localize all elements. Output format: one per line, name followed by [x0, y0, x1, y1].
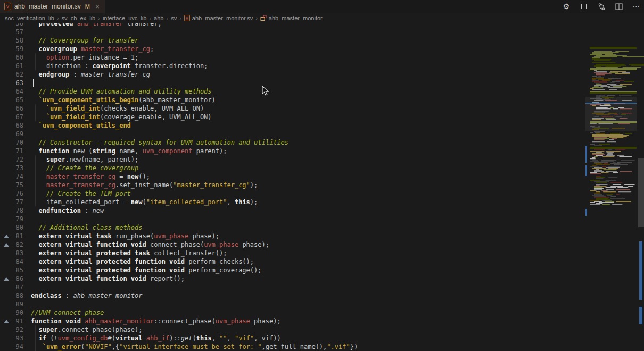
breadcrumb-item-ahb-master-monitor[interactable]: ahb_master_monitor — [260, 15, 323, 21]
gutter-margin — [0, 266, 13, 274]
code-line-72[interactable]: 72 super.new(name, parent); — [0, 155, 644, 164]
split-editor-icon[interactable] — [615, 2, 623, 11]
token: run_phase( — [112, 232, 154, 240]
code-line-60[interactable]: 60 option.per_instance = 1; — [0, 53, 644, 62]
token: (); — [138, 173, 150, 180]
close-icon[interactable]: × — [95, 3, 100, 11]
token: extern virtual function void — [31, 275, 146, 282]
breadcrumb-item-interface-uvc-lib[interactable]: interface_uvc_lib — [103, 15, 147, 21]
gutter-margin — [0, 308, 13, 317]
breadcrumb-item-ahb[interactable]: ahb — [154, 15, 163, 21]
line-content: protected ahb_transfer transfer; — [23, 23, 162, 28]
token: ( — [143, 198, 146, 206]
breadcrumb-item-soc-verification-lib[interactable]: soc_verification_lib — [5, 15, 54, 21]
token: phase); — [188, 232, 219, 240]
gutter-margin — [0, 28, 13, 36]
code-line-59[interactable]: 59 covergroup master_transfer_cg; — [0, 45, 644, 53]
code-line-87[interactable]: 87 — [0, 283, 644, 291]
token: virtual — [115, 335, 143, 342]
line-number: 86 — [13, 274, 23, 283]
token: : — [81, 207, 93, 214]
code-line-76[interactable]: 76 // Create the TLM port — [0, 189, 644, 198]
token: extern virtual task — [31, 232, 112, 240]
git-compare-icon[interactable] — [597, 2, 606, 11]
gutter-margin — [0, 138, 13, 147]
code-line-69[interactable]: 69 — [0, 130, 644, 138]
gutter-margin — [0, 164, 13, 172]
indent-guide — [35, 104, 36, 113]
code-line-68[interactable]: 68 `uvm_component_utils_end — [0, 121, 644, 130]
token: covergroup — [31, 45, 77, 53]
code-line-56[interactable]: 56 protected ahb_transfer transfer; — [0, 23, 644, 28]
line-number: 63 — [13, 79, 23, 87]
code-line-90[interactable]: 90//UVM connect_phase — [0, 308, 644, 317]
code-line-80[interactable]: 80 // Additional class methods — [0, 223, 644, 232]
code-line-93[interactable]: 93 if (!uvm_config_db#(virtual ahb_if)::… — [0, 334, 644, 342]
line-number: 84 — [13, 257, 23, 266]
tab-ahb-master-monitor[interactable]: V ahb_master_monitor.sv M × — [0, 0, 105, 13]
code-line-73[interactable]: 73 // Create the covergroup — [0, 164, 644, 172]
stop-square-icon[interactable] — [580, 2, 588, 11]
gutter-margin — [0, 215, 13, 223]
code-line-84[interactable]: 84 extern virtual protected function voi… — [0, 257, 644, 266]
code-line-77[interactable]: 77 item_collected_port = new("item_colle… — [0, 198, 644, 206]
code-line-70[interactable]: 70 // Constructor - required syntax for … — [0, 138, 644, 147]
token: transfer; — [123, 23, 161, 27]
code-line-78[interactable]: 78 endfunction : new — [0, 206, 644, 215]
code-line-64[interactable]: 64 // Provide UVM automation and utility… — [0, 87, 644, 96]
code-line-63[interactable]: 63 — [0, 79, 644, 87]
breadcrumb-label: ahb_master_monitor.sv — [192, 15, 253, 21]
indent-guide — [35, 334, 36, 342]
token: // Covergroup for transfer — [31, 37, 138, 44]
code-line-57[interactable]: 57 — [0, 28, 644, 36]
line-content: // Provide UVM automation and utility me… — [23, 87, 212, 96]
code-line-61[interactable]: 61 direction : coverpoint transfer.direc… — [0, 62, 644, 70]
code-line-66[interactable]: 66 `uvm_field_int(checks_enable, UVM_ALL… — [0, 104, 644, 113]
code-line-94[interactable]: 94 `uvm_error("NOVIF",{"virtual interfac… — [0, 342, 644, 351]
code-line-74[interactable]: 74 master_transfer_cg = new(); — [0, 172, 644, 181]
code-line-91[interactable]: 91function void ahb_master_monitor::conn… — [0, 317, 644, 325]
line-number: 85 — [13, 266, 23, 274]
token: perform_checks(); — [185, 258, 254, 265]
code-line-83[interactable]: 83 extern virtual protected task collect… — [0, 249, 644, 257]
code-line-67[interactable]: 67 `uvm_field_int(coverage_enable, UVM_A… — [0, 113, 644, 121]
code-line-65[interactable]: 65 `uvm_component_utils_begin(ahb_master… — [0, 96, 644, 104]
breadcrumb-item-sv-cb-ex-lib[interactable]: sv_cb_ex_lib — [62, 15, 96, 21]
indent-guide — [35, 189, 36, 198]
line-content: extern virtual function void report(); — [23, 274, 185, 283]
code-line-75[interactable]: 75 master_transfer_cg.set_inst_name("mas… — [0, 181, 644, 189]
token: , — [212, 335, 219, 342]
token: (checks_enable, UVM_ALL_ON) — [100, 105, 204, 112]
code-line-81[interactable]: 81 extern virtual task run_phase(uvm_pha… — [0, 232, 644, 240]
code-line-82[interactable]: 82 extern virtual function void connect_… — [0, 240, 644, 249]
settings-gear-icon[interactable]: ⚙ — [562, 2, 571, 11]
code-line-86[interactable]: 86 extern virtual function void report()… — [0, 274, 644, 283]
breadcrumb-label: sv — [171, 15, 177, 21]
gutter-margin — [0, 121, 13, 130]
token: .new(name, parent); — [65, 156, 138, 163]
code-line-58[interactable]: 58 // Covergroup for transfer — [0, 36, 644, 45]
line-number: 71 — [13, 147, 23, 155]
code-line-85[interactable]: 85 extern virtual protected function voi… — [0, 266, 644, 274]
token: "virtual interface must be set for: " — [119, 343, 261, 350]
code-editor[interactable]: 56 protected ahb_transfer transfer;5758 … — [0, 23, 644, 351]
breadcrumb-item-ahb-master-monitor-sv[interactable]: Vahb_master_monitor.sv — [184, 15, 253, 21]
change-triangle-icon — [4, 243, 9, 247]
token: item_collected_port = — [31, 198, 131, 206]
change-triangle-icon — [4, 277, 9, 281]
token: uvm_phase — [204, 241, 238, 248]
code-line-89[interactable]: 89 — [0, 300, 644, 308]
code-line-92[interactable]: 92 super.connect_phase(phase); — [0, 325, 644, 334]
breadcrumb-item-sv[interactable]: sv — [171, 15, 177, 21]
code-line-79[interactable]: 79 — [0, 215, 644, 223]
code-line-62[interactable]: 62 endgroup : master_transfer_cg — [0, 70, 644, 79]
code-line-71[interactable]: 71 function new (string name, uvm_compon… — [0, 147, 644, 155]
line-content: extern virtual protected function void p… — [23, 266, 261, 274]
code-line-88[interactable]: 88endclass : ahb_master_monitor — [0, 291, 644, 300]
token: ( — [193, 335, 196, 342]
more-actions-icon[interactable]: ⋯ — [632, 2, 641, 11]
token: , vif)) — [254, 335, 281, 342]
line-content: `uvm_field_int(checks_enable, UVM_ALL_ON… — [23, 104, 204, 113]
minimap[interactable] — [585, 47, 644, 351]
token: (coverage_enable, UVM_ALL_ON) — [100, 113, 212, 121]
